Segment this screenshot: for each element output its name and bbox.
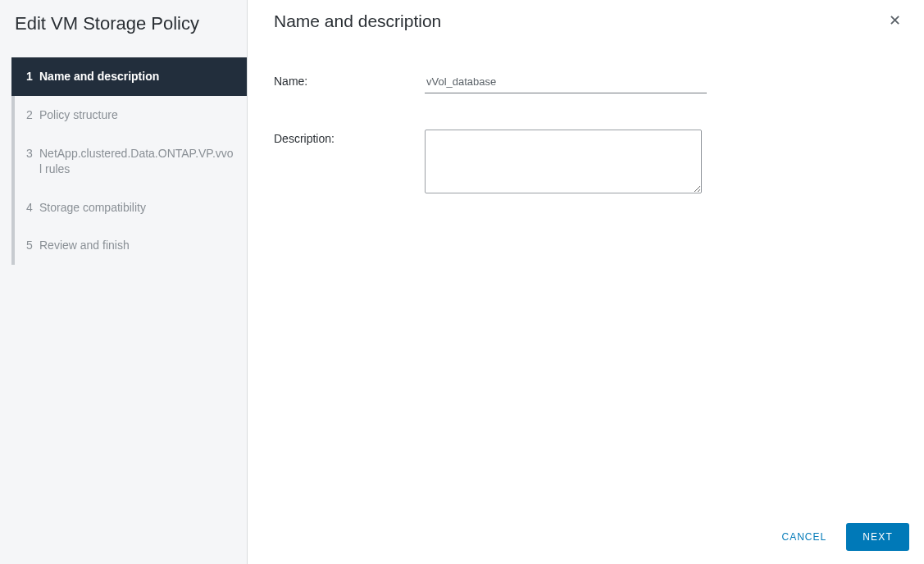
wizard-title: Edit VM Storage Policy	[0, 13, 247, 57]
step-number: 2	[26, 107, 39, 123]
name-input[interactable]	[425, 72, 707, 93]
next-button[interactable]: NEXT	[846, 523, 909, 551]
step-label: Storage compatibility	[39, 200, 234, 216]
step-policy-structure[interactable]: 2 Policy structure	[15, 96, 247, 134]
step-label: Review and finish	[39, 238, 234, 253]
main-header: Name and description ✕	[248, 0, 924, 39]
form-row-description: Description:	[274, 130, 898, 193]
step-number: 5	[26, 238, 39, 253]
step-number: 1	[26, 69, 39, 84]
step-label: Name and description	[39, 69, 234, 84]
step-name-and-description[interactable]: 1 Name and description	[11, 57, 247, 96]
cancel-button[interactable]: CANCEL	[779, 525, 831, 549]
step-vvol-rules[interactable]: 3 NetApp.clustered.Data.ONTAP.VP.vvol ru…	[15, 134, 247, 189]
step-review-and-finish[interactable]: 5 Review and finish	[15, 226, 247, 265]
form-area: Name: Description:	[248, 39, 924, 510]
name-label: Name:	[274, 72, 425, 88]
wizard-footer: CANCEL NEXT	[248, 510, 924, 564]
step-number: 3	[26, 146, 39, 161]
description-input[interactable]	[425, 130, 702, 193]
wizard-steps: 1 Name and description 2 Policy structur…	[11, 57, 247, 265]
close-icon: ✕	[889, 12, 901, 29]
main-content: Name and description ✕ Name: Description…	[248, 0, 924, 564]
wizard-sidebar: Edit VM Storage Policy 1 Name and descri…	[0, 0, 248, 564]
page-title: Name and description	[274, 11, 441, 31]
close-button[interactable]: ✕	[885, 11, 904, 30]
step-storage-compatibility[interactable]: 4 Storage compatibility	[15, 189, 247, 227]
step-number: 4	[26, 200, 39, 216]
step-label: NetApp.clustered.Data.ONTAP.VP.vvol rule…	[39, 146, 234, 177]
description-label: Description:	[274, 130, 425, 145]
form-row-name: Name:	[274, 72, 898, 93]
step-label: Policy structure	[39, 107, 234, 123]
